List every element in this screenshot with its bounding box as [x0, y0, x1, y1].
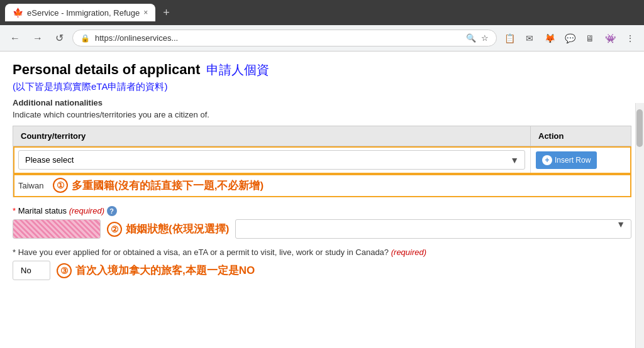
- nav-icons: 📋 ✉ 🦊 💬 🖥 👾 ⋮: [502, 31, 638, 46]
- annotation-2: ② 婚姻狀態(依現況選擇): [107, 222, 229, 237]
- col-country-header: Country/territory: [13, 126, 531, 146]
- page-title: Personal details of applicant 申請人個資: [13, 62, 631, 79]
- taiwan-annotation-cell: Taiwan ① 多重國籍(沒有的話直接下一題,不必新增): [13, 174, 631, 197]
- address-text: https://onlineservices...: [95, 33, 461, 43]
- marital-select-wrapper: Single Married Divorced Widowed: [13, 219, 101, 239]
- search-icon: 🔍: [466, 33, 476, 43]
- country-select[interactable]: Please select Taiwan China United States: [18, 150, 525, 170]
- browser-tab[interactable]: 🍁 eService - Immigration, Refuge ×: [5, 4, 155, 21]
- address-bar[interactable]: 🔒 https://onlineservices... 🔍 ☆: [72, 30, 497, 46]
- circle-num-1: ①: [53, 178, 68, 193]
- insert-row-label: Insert Row: [555, 156, 591, 165]
- tab-favicon: 🍁: [13, 8, 23, 18]
- extension-icon-4[interactable]: 💬: [562, 31, 577, 46]
- visa-question-field: * Have you ever applied for or obtained …: [13, 247, 631, 280]
- extension-icon-6[interactable]: 👾: [602, 31, 618, 46]
- page-content: Personal details of applicant 申請人個資 (以下皆…: [0, 52, 644, 348]
- page-subtitle-cn: (以下皆是填寫實際eTA申請者的資料): [13, 81, 631, 93]
- refresh-button[interactable]: ↺: [52, 30, 67, 46]
- country-select-wrapper: Please select Taiwan China United States…: [18, 150, 525, 170]
- tab-close-button[interactable]: ×: [143, 8, 148, 17]
- visa-question-text: Have you ever applied for or obtained a …: [18, 247, 389, 257]
- required-star-1: *: [13, 206, 16, 215]
- no-select-wrapper: No ③ 首次入境加拿大的旅客,本題一定是NO: [13, 261, 255, 280]
- forward-button[interactable]: →: [29, 30, 47, 46]
- required-star-2: *: [13, 247, 16, 257]
- visa-required-text: (required): [391, 247, 426, 257]
- tab-title: eService - Immigration, Refuge: [27, 8, 140, 18]
- circle-num-2: ②: [107, 222, 122, 237]
- marital-help-icon[interactable]: ?: [107, 206, 117, 216]
- marital-select[interactable]: Single Married Divorced Widowed: [13, 219, 101, 239]
- annotation-3: ③ 首次入境加拿大的旅客,本題一定是NO: [57, 263, 255, 278]
- browser-nav: ← → ↺ 🔒 https://onlineservices... 🔍 ☆ 📋 …: [0, 25, 644, 52]
- annotation-2-text: 婚姻狀態(依現況選擇): [126, 222, 229, 236]
- extension-icon-1[interactable]: 📋: [502, 31, 517, 46]
- page-title-cn: 申請人個資: [206, 62, 269, 79]
- lock-icon: 🔒: [80, 34, 90, 43]
- visa-question-label: * Have you ever applied for or obtained …: [13, 247, 631, 257]
- action-cell: + Insert Row: [531, 146, 631, 174]
- col-action-header: Action: [531, 126, 631, 146]
- annotation-1: ① 多重國籍(沒有的話直接下一題,不必新增): [53, 178, 264, 193]
- plus-icon: +: [542, 155, 552, 165]
- marital-status-field: * Marital status (required) ? Single Mar…: [13, 206, 631, 239]
- no-value-display: No: [13, 261, 50, 280]
- back-button[interactable]: ←: [6, 30, 24, 46]
- taiwan-text: Taiwan: [18, 181, 53, 190]
- section-desc: Indicate which countries/territories you…: [13, 110, 631, 119]
- marital-full-select-wrapper: ▼: [235, 219, 631, 239]
- scrollbar-thumb[interactable]: [636, 109, 643, 147]
- extension-icon-2[interactable]: ✉: [522, 31, 537, 46]
- annotation-1-text: 多重國籍(沒有的話直接下一題,不必新增): [72, 178, 264, 193]
- nationalities-table: Country/territory Action Please select T…: [13, 126, 631, 197]
- country-select-cell: Please select Taiwan China United States…: [13, 146, 531, 174]
- star-icon: ☆: [481, 33, 489, 43]
- extension-icon-5[interactable]: 🖥: [582, 31, 597, 46]
- new-tab-button[interactable]: +: [163, 6, 170, 19]
- annotation-3-text: 首次入境加拿大的旅客,本題一定是NO: [75, 263, 255, 278]
- browser-chrome: 🍁 eService - Immigration, Refuge × +: [0, 0, 644, 25]
- page-title-en: Personal details of applicant: [13, 62, 200, 78]
- scrollbar[interactable]: [635, 103, 644, 348]
- marital-full-select[interactable]: [235, 219, 631, 239]
- marital-status-label: * Marital status (required) ?: [13, 206, 631, 216]
- extension-icon-3[interactable]: 🦊: [542, 31, 557, 46]
- menu-button[interactable]: ⋮: [623, 31, 638, 46]
- marital-required-text: (required): [69, 206, 104, 215]
- marital-label-text: Marital status: [18, 206, 67, 215]
- circle-num-3: ③: [57, 263, 72, 278]
- insert-row-button[interactable]: + Insert Row: [536, 151, 597, 169]
- section-label: Additional nationalities: [13, 98, 631, 107]
- marital-select-row: Single Married Divorced Widowed ② 婚姻狀態(依…: [13, 219, 631, 239]
